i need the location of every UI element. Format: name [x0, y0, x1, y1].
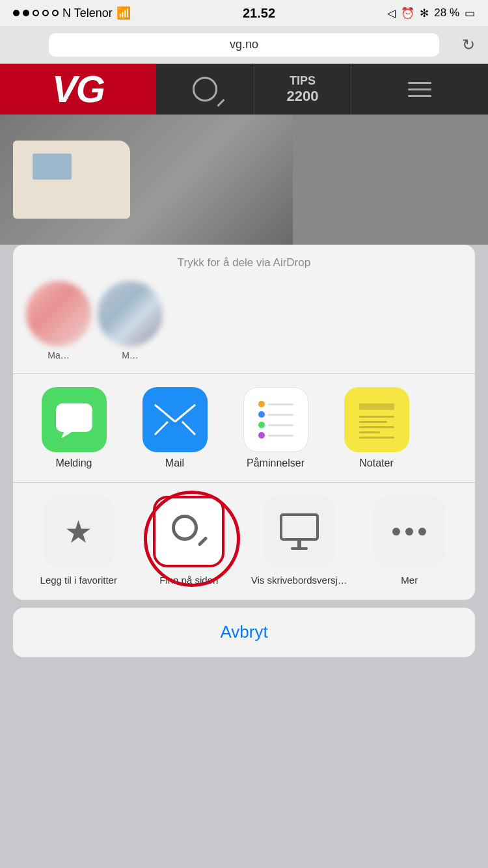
find-button[interactable]: [153, 496, 224, 567]
app-item-notater[interactable]: Notater: [326, 387, 427, 469]
desktop-label: Vis skrivebordsversj…: [251, 574, 347, 587]
avatar-image-2: [98, 281, 163, 346]
dot-3: [33, 10, 39, 16]
search-icon-large: [172, 515, 206, 549]
monitor-icon: [280, 513, 319, 550]
vg-logo-area[interactable]: VG: [0, 64, 156, 115]
actions-section: ★ Legg til i favoritter Finn på siden: [13, 483, 475, 600]
star-icon: ★: [64, 513, 92, 550]
melding-label: Melding: [55, 457, 92, 469]
more-label: Mer: [401, 574, 418, 587]
action-more[interactable]: Mer: [357, 496, 461, 587]
alarm-icon: ⏰: [401, 7, 414, 20]
cancel-button[interactable]: Avbryt: [220, 622, 267, 642]
svg-rect-0: [56, 403, 92, 432]
airdrop-section: Trykk for å dele via AirDrop Ma… M…: [13, 245, 475, 374]
status-time: 21.52: [243, 6, 275, 21]
notater-icon: [344, 387, 409, 452]
mail-icon: [142, 387, 208, 452]
svg-marker-1: [61, 432, 72, 438]
status-left: N Telenor 📶: [13, 6, 131, 20]
tips-number: 2200: [287, 88, 319, 105]
cancel-section[interactable]: Avbryt: [13, 608, 475, 657]
dot-1: [13, 10, 20, 16]
location-icon: ◁: [387, 7, 396, 20]
bluetooth-icon: ✻: [420, 7, 429, 20]
share-sheet: Trykk for å dele via AirDrop Ma… M…: [0, 245, 488, 657]
avatar-image-1: [26, 281, 91, 346]
battery-level: 28 %: [434, 7, 459, 20]
airdrop-title: Trykk for å dele via AirDrop: [13, 256, 475, 269]
battery-icon: ▭: [465, 7, 475, 20]
actions-row: ★ Legg til i favoritter Finn på siden: [23, 496, 465, 587]
contact-avatar-2[interactable]: M…: [98, 281, 163, 360]
contact-name-1: Ma…: [47, 350, 69, 360]
browser-bar: vg.no ↻: [0, 26, 488, 64]
contact-avatar-1[interactable]: Ma…: [26, 281, 91, 360]
more-button[interactable]: [373, 496, 445, 567]
url-bar[interactable]: vg.no: [49, 33, 439, 57]
reload-button[interactable]: ↻: [462, 36, 475, 54]
vg-tips-button[interactable]: TIPS 2200: [254, 64, 351, 115]
action-desktop[interactable]: Vis skrivebordsversj…: [247, 496, 351, 587]
melding-icon: [42, 387, 107, 452]
action-favorites[interactable]: ★ Legg til i favoritter: [27, 496, 131, 587]
news-image: [0, 115, 488, 245]
carrier-name: N Telenor: [62, 7, 113, 20]
contact-name-2: M…: [122, 350, 139, 360]
mail-label: Mail: [165, 457, 184, 469]
tips-label: TIPS: [290, 74, 316, 88]
hamburger-icon: [408, 82, 431, 97]
search-icon: [193, 77, 217, 102]
app-item-mail[interactable]: Mail: [124, 387, 225, 469]
airdrop-contacts: Ma… M…: [13, 281, 475, 367]
dot-5: [52, 10, 59, 16]
desktop-button[interactable]: [264, 496, 335, 567]
url-text: vg.no: [230, 38, 258, 51]
app-icons-row: Melding Mail: [23, 387, 465, 469]
reminders-icon: [243, 387, 308, 452]
dot-4: [42, 10, 49, 16]
wifi-icon: 📶: [116, 6, 131, 20]
notater-label: Notater: [359, 457, 393, 469]
app-icons-section: Melding Mail: [13, 374, 475, 483]
app-item-paminnelser[interactable]: Påminnelser: [225, 387, 326, 469]
find-label: Finn på siden: [159, 574, 218, 587]
favorites-button[interactable]: ★: [43, 496, 115, 567]
paminnelser-label: Påminnelser: [247, 457, 305, 469]
signal-dots: [13, 10, 59, 16]
app-item-melding[interactable]: Melding: [23, 387, 124, 469]
vg-logo: VG: [52, 70, 104, 108]
vg-menu-button[interactable]: [351, 64, 488, 115]
status-right: ◁ ⏰ ✻ 28 % ▭: [387, 7, 475, 20]
status-bar: N Telenor 📶 21.52 ◁ ⏰ ✻ 28 % ▭: [0, 0, 488, 26]
dot-2: [23, 10, 29, 16]
action-find[interactable]: Finn på siden: [137, 496, 241, 587]
vg-header: VG TIPS 2200: [0, 64, 488, 115]
vg-search-button[interactable]: [156, 64, 254, 115]
three-dots-icon: [392, 528, 426, 536]
favorites-label: Legg til i favoritter: [40, 574, 117, 587]
